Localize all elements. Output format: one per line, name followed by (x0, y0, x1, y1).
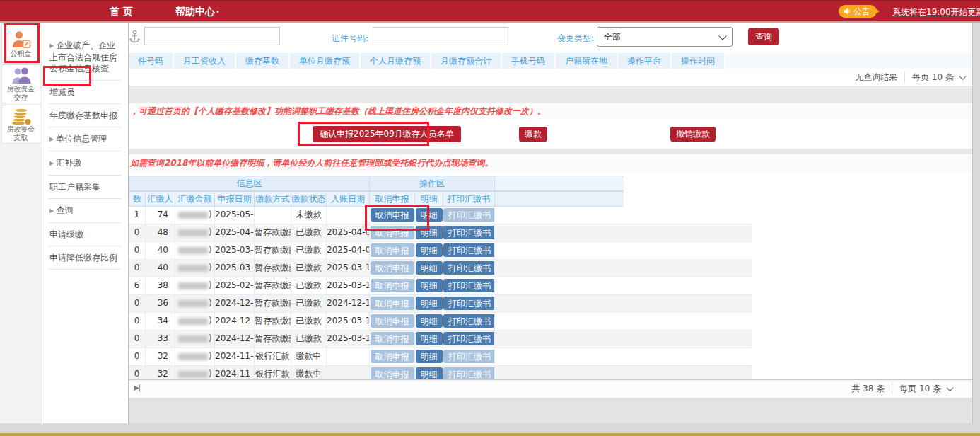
detail-button[interactable]: 明细 (416, 350, 443, 363)
cell-print: 打印汇缴书 (443, 348, 495, 365)
print-remittance-button[interactable]: 打印汇缴书 (443, 261, 495, 275)
detail-button[interactable]: 明细 (416, 297, 443, 310)
divider (892, 383, 892, 394)
cancel-declare-button[interactable]: 取消申报 (371, 208, 414, 222)
print-remittance-button[interactable]: 打印汇缴书 (443, 350, 495, 363)
cell-declare-date: 2024-12-18 (215, 295, 255, 312)
cancel-declare-button[interactable]: 取消申报 (371, 297, 414, 310)
cell-declare-date: 2025-05-13 (215, 207, 255, 224)
mask-suffix: ) (209, 263, 212, 272)
confirm-declare-button[interactable]: 确认申报2025年09月缴存人员名单 (313, 126, 461, 142)
page-size-select[interactable]: 每页 10 条 (912, 71, 954, 84)
pay-button[interactable]: 缴款 (519, 127, 547, 142)
print-remittance-button[interactable]: 打印汇缴书 (443, 279, 495, 292)
cell-filler (495, 224, 624, 241)
cell-declare-date: 2024-12-13 (215, 313, 255, 330)
table-row: 036)2024-12-18暂存款缴款已缴款2024-12-18取消申报明细打印… (129, 295, 752, 313)
menu-item-link[interactable]: ▶汇补缴 (49, 151, 121, 176)
rail-item-fanggai-zhiqu[interactable]: 房改资金 支取 (1, 105, 40, 144)
masked-value (178, 282, 208, 289)
nav-help-center[interactable]: 帮助中心▾ (175, 6, 219, 18)
table-row: 040)2025-03-14暂存款缴款已缴款2025-03-14取消申报明细打印… (129, 260, 752, 277)
rail-item-label: 房改资金 交存 (7, 85, 35, 102)
print-remittance-button[interactable]: 打印汇缴书 (443, 314, 495, 328)
chevron-down-icon: ▾ (216, 8, 219, 15)
cell-remit-amount-masked: ) (175, 331, 215, 348)
background-grid-column-header: 户籍所在地 (556, 53, 618, 69)
cancel-declare-button[interactable]: 取消申报 (371, 226, 414, 239)
cancel-declare-button[interactable]: 取消申报 (371, 314, 414, 328)
total-count-text: 共 38 条 (851, 383, 885, 395)
menu-item-link[interactable]: ▶企业破产、企业上市合法合规住房公积金信息核查 (49, 34, 121, 81)
print-remittance-button[interactable]: 打印汇缴书 (443, 226, 495, 239)
query-button[interactable]: 查询 (748, 28, 779, 45)
change-type-value: 全部 (604, 32, 621, 42)
masked-value (178, 300, 208, 307)
keyword-input[interactable] (144, 27, 280, 45)
menu-item-link[interactable]: ▶单位信息管理 (49, 127, 121, 151)
cell-declare-date: 2025-03-14 (215, 242, 255, 259)
right-edge-strip (972, 23, 980, 436)
cancel-declare-button[interactable]: 取消申报 (371, 261, 414, 275)
cancel-declare-button[interactable]: 取消申报 (371, 243, 414, 257)
detail-button[interactable]: 明细 (416, 261, 443, 275)
cell-pay-status: 已缴款 (291, 313, 327, 330)
mask-suffix: ) (209, 227, 212, 237)
cell-declare-date: 2024-11-22 (215, 348, 255, 365)
detail-button[interactable]: 明细 (416, 314, 443, 328)
print-remittance-button[interactable]: 打印汇缴书 (443, 297, 495, 310)
menu-item-link[interactable]: 申请缓缴 (49, 223, 121, 246)
menu-item-link[interactable]: 职工户籍采集 (49, 176, 121, 199)
system-maintenance-link[interactable]: 系统将在19:00开始更新维护 (892, 6, 980, 18)
rail-item-label: 房改资金 支取 (7, 125, 35, 142)
cancel-declare-button[interactable]: 取消申报 (371, 350, 414, 363)
scroll-end-icon[interactable]: ▶| (134, 384, 140, 391)
rail-item-fanggai-jiaocun[interactable]: 房改资金 交存 (1, 64, 40, 103)
change-type-select[interactable]: 全部 (597, 27, 733, 47)
menu-item-link[interactable]: ▶查询 (49, 199, 121, 223)
cell-entry-date: 2025-04-09 (327, 242, 370, 259)
background-grid-column-header: 操作时间 (672, 53, 725, 69)
print-remittance-button[interactable]: 打印汇缴书 (443, 208, 495, 222)
print-remittance-button[interactable]: 打印汇缴书 (443, 332, 495, 345)
group-header-filler (495, 176, 624, 191)
revoke-pay-button[interactable]: 撤销缴款 (670, 127, 716, 142)
cell-print: 打印汇缴书 (443, 313, 495, 330)
menu-item-link[interactable]: 年度缴存基数申报 (49, 104, 121, 127)
cell-filler (495, 242, 624, 259)
detail-button[interactable]: 明细 (416, 243, 443, 257)
cell-detail: 明细 (415, 242, 443, 259)
cell-entry-date (327, 348, 370, 365)
cell-pay-method (255, 207, 291, 224)
bottom-edge-line (0, 433, 980, 436)
table-row: 033)2024-12-12暂存款缴款已缴款2025-03-14取消申报明细打印… (129, 331, 752, 348)
section-gap (129, 149, 972, 154)
cell-pay-method: 暂存款缴款 (255, 242, 291, 259)
cert-number-input[interactable] (373, 27, 508, 45)
rail-item-gongjijin[interactable]: 公积金 (1, 24, 40, 63)
cancel-declare-button[interactable]: 取消申报 (371, 279, 414, 292)
cell-detail: 明细 (415, 295, 443, 312)
cell-pay-status: 已缴款 (291, 260, 327, 277)
cell-remit-people: 32 (146, 348, 175, 365)
nav-home[interactable]: 首 页 (110, 6, 133, 18)
grid-column-header: 申报日期 (215, 191, 255, 207)
detail-button[interactable]: 明细 (416, 279, 443, 292)
actions-row: 确认申报2025年09月缴存人员名单 缴款 撤销缴款 (129, 119, 972, 149)
chevron-down-icon[interactable] (947, 384, 954, 391)
change-type-label: 变更类型: (557, 33, 594, 45)
detail-button[interactable]: 明细 (416, 226, 443, 239)
masked-value (178, 371, 208, 378)
menu-item-link[interactable]: 申请降低缴存比例 (49, 246, 121, 270)
cancel-declare-button[interactable]: 取消申报 (371, 332, 414, 345)
menu-item-highlighted[interactable]: 增减员 (49, 81, 121, 104)
cell-filler (495, 313, 624, 330)
detail-button[interactable]: 明细 (416, 332, 443, 345)
chevron-down-icon[interactable] (959, 73, 967, 80)
cert-number-label: 证件号码: (332, 33, 368, 45)
cell-pay-method: 暂存款缴款 (255, 224, 291, 241)
print-remittance-button[interactable]: 打印汇缴书 (443, 243, 495, 257)
cell-entry-date (327, 207, 370, 224)
detail-button[interactable]: 明细 (416, 208, 443, 222)
page-size-select[interactable]: 每页 10 条 (899, 383, 941, 395)
